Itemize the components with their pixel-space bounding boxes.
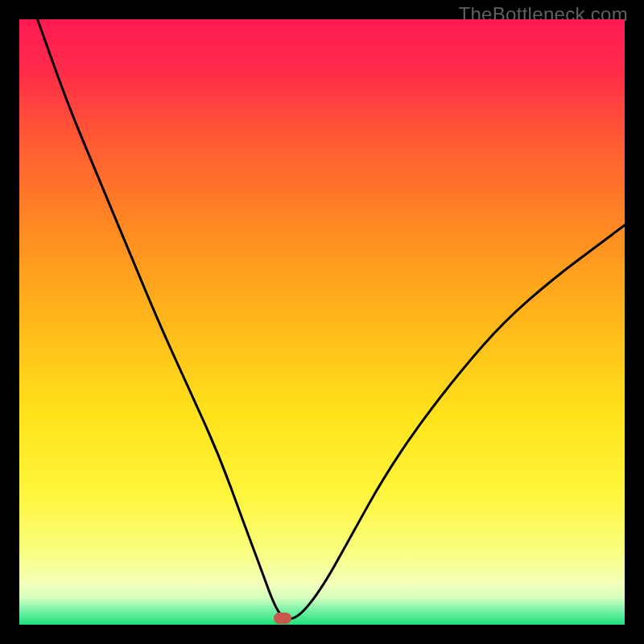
plot-area [19, 19, 625, 625]
optimal-point-marker [274, 613, 291, 624]
chart-frame: TheBottleneck.com [0, 0, 644, 644]
bottleneck-curve [19, 19, 625, 625]
